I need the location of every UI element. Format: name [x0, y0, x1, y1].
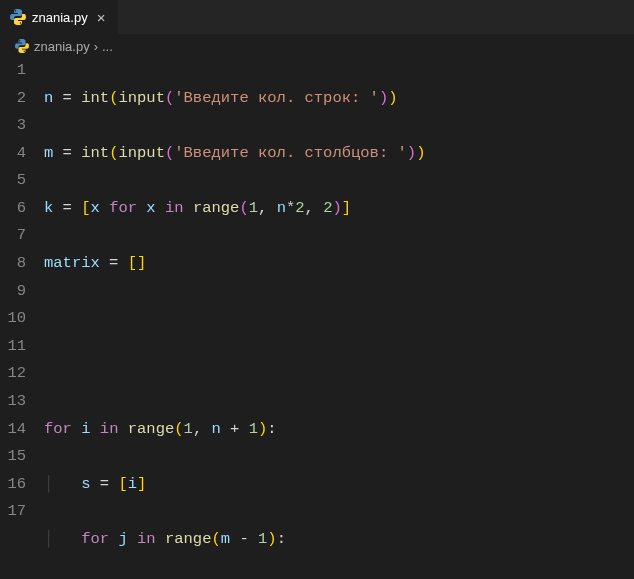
code-line[interactable]	[44, 360, 634, 388]
code-line[interactable]: │ for j in range(m - 1):	[44, 526, 634, 554]
line-number: 11	[0, 333, 26, 361]
python-file-icon	[10, 9, 26, 25]
code-line[interactable]	[44, 305, 634, 333]
line-number: 6	[0, 195, 26, 223]
close-icon[interactable]: ×	[94, 9, 109, 26]
code-line[interactable]: │ s = [i]	[44, 471, 634, 499]
tab-bar: znania.py ×	[0, 0, 634, 35]
breadcrumb-ellipsis[interactable]: ...	[102, 39, 113, 54]
line-number: 13	[0, 388, 26, 416]
line-number-gutter: 1 2 3 4 5 6 7 8 9 10 11 12 13 14 15 16 1…	[0, 57, 44, 579]
line-number: 14	[0, 416, 26, 444]
breadcrumb-filename[interactable]: znania.py	[34, 39, 90, 54]
line-number: 10	[0, 305, 26, 333]
breadcrumb[interactable]: znania.py › ...	[0, 35, 634, 57]
python-file-icon	[14, 38, 30, 54]
line-number: 8	[0, 250, 26, 278]
file-tab[interactable]: znania.py ×	[0, 0, 119, 34]
code-area[interactable]: n = int(input('Введите кол. строк: ')) m…	[44, 57, 634, 579]
line-number: 16	[0, 471, 26, 499]
line-number: 15	[0, 443, 26, 471]
line-number: 5	[0, 167, 26, 195]
line-number: 3	[0, 112, 26, 140]
code-line[interactable]: m = int(input('Введите кол. столбцов: ')…	[44, 140, 634, 168]
chevron-right-icon: ›	[94, 39, 98, 54]
code-line[interactable]: for i in range(1, n + 1):	[44, 416, 634, 444]
line-number: 4	[0, 140, 26, 168]
line-number: 1	[0, 57, 26, 85]
line-number: 9	[0, 278, 26, 306]
code-editor[interactable]: 1 2 3 4 5 6 7 8 9 10 11 12 13 14 15 16 1…	[0, 57, 634, 579]
code-line[interactable]: matrix = []	[44, 250, 634, 278]
line-number: 12	[0, 360, 26, 388]
code-line[interactable]: k = [x for x in range(1, n*2, 2)]	[44, 195, 634, 223]
line-number: 7	[0, 222, 26, 250]
line-number: 2	[0, 85, 26, 113]
line-number: 17	[0, 498, 26, 526]
code-line[interactable]: n = int(input('Введите кол. строк: '))	[44, 85, 634, 113]
tab-filename: znania.py	[32, 10, 88, 25]
